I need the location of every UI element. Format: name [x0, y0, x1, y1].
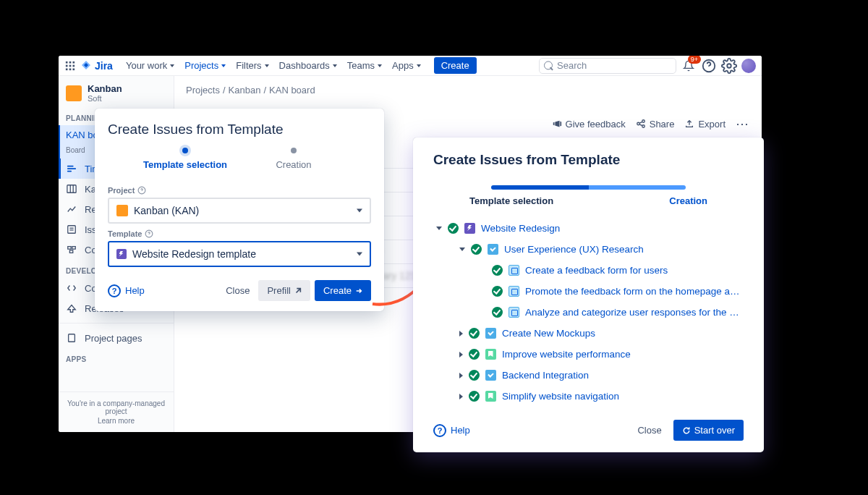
tree-item-link[interactable]: User Experience (UX) Research [504, 244, 644, 255]
sidebar-project-pages[interactable]: Project pages [59, 328, 174, 348]
share[interactable]: Share [636, 119, 675, 130]
svg-rect-14 [67, 185, 76, 193]
breadcrumb-item[interactable]: Kanban [229, 85, 261, 96]
tree-row[interactable]: Backend Integration [433, 365, 744, 386]
step-creation[interactable]: Creation [247, 148, 341, 170]
subtask-icon [509, 307, 519, 318]
tree-row[interactable]: Improve website performance [433, 344, 744, 365]
tree-item-link[interactable]: Create a feedback form for users [525, 265, 668, 276]
svg-rect-13 [67, 171, 72, 172]
start-over-button[interactable]: Start over [673, 420, 744, 441]
give-feedback[interactable]: Give feedback [552, 119, 626, 130]
template-select[interactable]: Website Redesign template [108, 241, 371, 267]
user-avatar[interactable] [741, 59, 756, 73]
section-apps: APPS [59, 348, 174, 366]
tree-row[interactable]: User Experience (UX) Research [433, 239, 744, 260]
nav-teams[interactable]: Teams [343, 57, 386, 74]
svg-rect-8 [73, 68, 75, 70]
breadcrumb-item[interactable]: Projects [186, 85, 220, 96]
tree-item-link[interactable]: Improve website performance [502, 349, 631, 360]
caret-icon[interactable] [459, 248, 465, 251]
svg-line-27 [639, 122, 642, 123]
notifications-icon[interactable]: 9+ [681, 58, 697, 74]
nav-projects[interactable]: Projects [180, 57, 230, 74]
top-navigation: Jira Your work Projects Filters Dashboar… [59, 56, 762, 76]
tree-row[interactable]: Website Redesign [433, 218, 744, 239]
help-icon[interactable] [701, 58, 717, 74]
sidebar-project-header[interactable]: Kanban Soft [59, 76, 174, 107]
share-icon [636, 119, 646, 129]
success-check-icon [471, 244, 482, 255]
dialog-footer: ? Help Close Prefill Create [108, 280, 371, 301]
svg-rect-2 [73, 61, 75, 63]
tree-item-link[interactable]: Website Redesign [481, 223, 560, 234]
project-avatar-icon [116, 205, 128, 216]
create-from-template-result-dialog: Create Issues from Template Template sel… [413, 138, 764, 452]
page-icon [66, 332, 77, 344]
dialog-title: Create Issues from Template [108, 122, 371, 138]
help-icon [137, 186, 146, 195]
task-icon [485, 328, 496, 339]
nav-dashboards[interactable]: Dashboards [275, 57, 341, 74]
step-labels: Template selection Creation [469, 195, 707, 206]
tree-item-link[interactable]: Analyze and categorize user responses fo… [525, 307, 744, 318]
sidebar-footer: You're in a company-managed project Lear… [59, 392, 174, 432]
help-circle-icon: ? [108, 284, 121, 297]
caret-icon[interactable] [459, 394, 463, 399]
nav-apps[interactable]: Apps [388, 57, 425, 74]
svg-rect-21 [72, 247, 75, 250]
svg-rect-7 [69, 68, 72, 70]
help-link[interactable]: ? Help [108, 284, 145, 297]
nav-filters[interactable]: Filters [231, 57, 273, 74]
create-button[interactable]: Create [315, 280, 371, 301]
close-button[interactable]: Close [629, 420, 670, 441]
svg-rect-23 [69, 334, 75, 342]
progress-bar [491, 185, 686, 190]
search-input[interactable]: Search [539, 58, 676, 74]
export[interactable]: Export [684, 119, 726, 130]
tree-row[interactable]: Promote the feedback form on the homepag… [433, 281, 744, 302]
create-button[interactable]: Create [434, 57, 477, 74]
project-select[interactable]: Kanban (KAN) [108, 198, 371, 224]
nav-your-work[interactable]: Your work [122, 57, 179, 74]
svg-point-10 [727, 64, 731, 68]
issues-icon [66, 224, 77, 235]
caret-icon[interactable] [459, 352, 463, 358]
app-switcher-icon[interactable] [64, 60, 76, 72]
tree-item-link[interactable]: Create New Mockups [502, 328, 595, 339]
close-button[interactable]: Close [217, 280, 258, 301]
success-check-icon [469, 349, 480, 360]
tree-item-link[interactable]: Simplify website navigation [502, 391, 619, 402]
svg-rect-1 [69, 61, 72, 63]
svg-rect-4 [69, 64, 72, 67]
svg-rect-11 [67, 166, 74, 167]
svg-rect-22 [69, 250, 72, 253]
jira-logo[interactable]: Jira [80, 60, 113, 72]
epic-icon [116, 249, 127, 259]
caret-icon[interactable] [436, 227, 442, 230]
external-link-icon [294, 287, 302, 295]
help-link[interactable]: ? Help [433, 424, 470, 437]
tree-item-link[interactable]: Promote the feedback form on the homepag… [525, 286, 744, 297]
tree-row[interactable]: Analyze and categorize user responses fo… [433, 302, 744, 323]
brand-text: Jira [95, 60, 113, 72]
chevron-down-icon [265, 64, 269, 67]
step-template-selection: Template selection [469, 195, 553, 206]
story-icon [485, 349, 496, 360]
tree-row[interactable]: Simplify website navigation [433, 386, 744, 407]
caret-icon[interactable] [459, 331, 463, 337]
learn-more-link[interactable]: Learn more [64, 417, 168, 425]
success-check-icon [469, 391, 480, 402]
tree-row[interactable]: Create New Mockups [433, 323, 744, 344]
step-template-selection[interactable]: Template selection [138, 148, 232, 170]
project-field-label: Project [108, 186, 371, 195]
more-actions[interactable]: ⋯ [736, 116, 750, 132]
settings-icon[interactable] [721, 58, 737, 74]
breadcrumb-item[interactable]: KAN board [269, 85, 315, 96]
template-field-label: Template [108, 229, 371, 238]
caret-icon[interactable] [459, 373, 463, 378]
tree-item-link[interactable]: Backend Integration [502, 370, 589, 381]
breadcrumb: Projects / Kanban / KAN board [174, 76, 762, 96]
tree-row[interactable]: Create a feedback form for users [433, 260, 744, 281]
prefill-button[interactable]: Prefill [258, 280, 310, 301]
